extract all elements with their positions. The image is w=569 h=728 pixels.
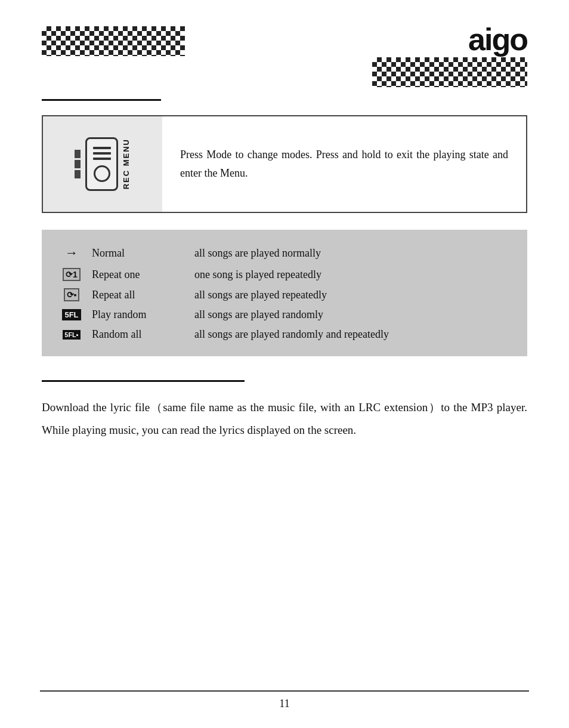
header-rule [42, 99, 161, 101]
page-number: 11 [279, 698, 289, 710]
section-rule [42, 380, 245, 382]
device-icon [85, 137, 118, 191]
lyrics-section: Download the lyric file（same file name a… [42, 396, 527, 442]
footer-rule [40, 690, 529, 692]
play-mode-row-random: 5FL Play random all songs are played ran… [56, 305, 513, 325]
mode-text-cell: Press Mode to change modes. Press and ho… [162, 116, 526, 212]
arrow-icon: → [65, 245, 78, 261]
mode-description: Press Mode to change modes. Press and ho… [180, 146, 508, 182]
film-rect-3 [75, 170, 81, 178]
random-all-desc: all songs are played randomly and repeat… [183, 328, 513, 341]
checker-bar-left [42, 26, 185, 56]
footer: 11 [0, 690, 569, 710]
page: aigo REC MENU P [0, 0, 569, 728]
repeat-all-desc: all songs are played repeatedly [183, 289, 513, 301]
play-mode-row-repeat-one: ⟳1 Repeat one one song is played repeate… [56, 264, 513, 285]
normal-icon: → [56, 245, 87, 261]
play-modes-table: → Normal all songs are played normally ⟳… [42, 230, 527, 356]
random-name: Play random [87, 309, 183, 321]
play-mode-row-repeat-all: ⟳▪ Repeat all all songs are played repea… [56, 285, 513, 305]
logo-left [42, 24, 185, 56]
5fl-symbol: 5FL [62, 309, 81, 320]
lyrics-text: Download the lyric file（same file name a… [42, 396, 527, 442]
repeat-one-name: Repeat one [87, 269, 183, 281]
repeat-one-desc: one song is played repeatedly [183, 269, 513, 281]
device-circle [94, 165, 110, 182]
logo-right: aigo [372, 24, 527, 87]
repeat-one-icon: ⟳1 [56, 268, 87, 281]
play-mode-row-normal: → Normal all songs are played normally [56, 242, 513, 264]
checker-bar-right [372, 57, 527, 87]
device-line-3 [93, 158, 111, 160]
rec-menu-icon: REC MENU [75, 137, 131, 191]
5fla-symbol: 5FL▪ [63, 330, 80, 340]
repeat-one-symbol: ⟳1 [63, 268, 81, 281]
random-all-name: Random all [87, 328, 183, 341]
repeat-all-symbol: ⟳▪ [64, 288, 80, 301]
mode-box: REC MENU Press Mode to change modes. Pre… [42, 115, 527, 213]
normal-name: Normal [87, 247, 183, 260]
device-line-2 [93, 152, 111, 155]
film-rect-2 [75, 160, 81, 168]
mode-icon-cell: REC MENU [43, 116, 162, 212]
repeat-all-icon: ⟳▪ [56, 288, 87, 301]
brand-name: aigo [468, 24, 527, 55]
device-line-1 [93, 147, 111, 149]
random-all-icon: 5FL▪ [56, 330, 87, 340]
random-desc: all songs are played randomly [183, 309, 513, 321]
film-strip-icon [75, 150, 81, 178]
repeat-all-name: Repeat all [87, 289, 183, 301]
play-mode-row-random-all: 5FL▪ Random all all songs are played ran… [56, 325, 513, 344]
random-icon: 5FL [56, 309, 87, 320]
film-rect-1 [75, 150, 81, 158]
header: aigo [42, 24, 527, 87]
rec-menu-text: REC MENU [122, 138, 131, 189]
normal-desc: all songs are played normally [183, 247, 513, 260]
